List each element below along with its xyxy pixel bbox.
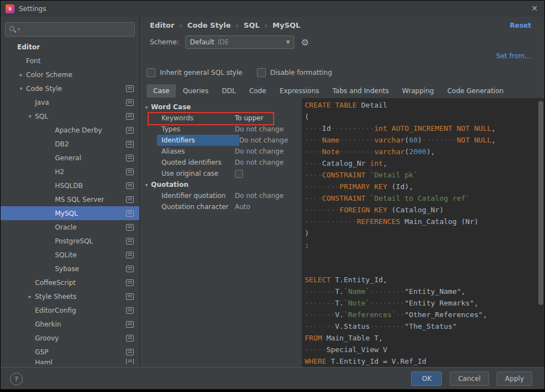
chevron-right-icon[interactable]: ▸	[26, 293, 34, 299]
tab-code-generation[interactable]: Code Generation	[441, 84, 510, 98]
option-row-identifiers[interactable]: IdentifiersDo not change	[142, 135, 302, 146]
option-label: Aliases	[162, 147, 235, 155]
option-row-keywords[interactable]: KeywordsTo upper	[142, 113, 302, 124]
sidebar-item-apache-derby[interactable]: Apache Derby	[1, 123, 139, 137]
option-value[interactable]: Do not change	[239, 136, 288, 144]
tab-case[interactable]: Case	[147, 84, 176, 98]
sidebar-item-label: Gherkin	[35, 320, 61, 328]
sidebar-item-label: Oracle	[55, 223, 77, 231]
sidebar-item-color-scheme[interactable]: ▸Color Scheme	[1, 68, 139, 82]
window-title: Settings	[19, 5, 46, 13]
option-group-quotation[interactable]: ▾Quotation	[142, 179, 302, 190]
sidebar-item-label: Groovy	[35, 334, 59, 342]
option-label: Use original case	[162, 170, 235, 177]
sidebar-item-editor[interactable]: Editor	[1, 40, 139, 54]
code-segment: 60	[409, 136, 418, 144]
breadcrumb-item-editor[interactable]: Editor	[150, 21, 174, 29]
code-segment: ·······	[305, 310, 335, 319]
checkbox-unchecked-icon[interactable]	[235, 170, 243, 178]
sidebar-item-groovy[interactable]: Groovy	[1, 331, 139, 345]
sidebar-item-ms-sql-server[interactable]: MS SQL Server	[1, 192, 139, 206]
checkbox-unchecked-icon[interactable]	[257, 68, 266, 77]
code-segment: ,	[383, 159, 387, 167]
chevron-down-icon[interactable]: ▾	[26, 113, 34, 119]
code-segment: ····	[305, 147, 322, 156]
gear-icon[interactable]: ⚙	[301, 37, 309, 48]
sidebar-item-sqlite[interactable]: SQLite	[1, 248, 139, 262]
tab-wrapping[interactable]: Wrapping	[396, 84, 441, 98]
option-value[interactable]: To upper	[235, 114, 264, 122]
checkbox-item-inherit-general-sql-style[interactable]: Inherit general SQL style	[147, 68, 243, 77]
sidebar-item-font[interactable]: Font	[1, 54, 139, 68]
search-input[interactable]	[23, 25, 131, 34]
chevron-down-icon[interactable]: ▾	[142, 104, 151, 110]
sidebar-item-sql[interactable]: ▾SQL	[1, 109, 139, 123]
option-row-use-original-case[interactable]: Use original case	[142, 168, 302, 179]
sidebar-item-java[interactable]: Java	[1, 95, 139, 109]
sidebar-item-sybase[interactable]: Sybase	[1, 262, 139, 276]
code-scrollbar[interactable]	[538, 101, 543, 305]
breadcrumb-item-mysql[interactable]: MySQL	[272, 21, 300, 29]
sidebar-item-postgresql[interactable]: PostgreSQL	[1, 234, 139, 248]
sidebar-item-gherkin[interactable]: Gherkin	[1, 317, 139, 331]
checkbox-item-disable-formatting[interactable]: Disable formatting	[257, 68, 332, 77]
option-row-identifier-quotation[interactable]: Identifier quotationDo not change	[142, 190, 302, 201]
code-segment: "The_Status"	[405, 322, 457, 330]
help-button[interactable]: ?	[10, 373, 23, 385]
breadcrumb-item-sql[interactable]: SQL	[244, 21, 260, 29]
code-line: ····CONSTRAINT `Detail to Catalog ref`	[305, 192, 544, 204]
checkbox-unchecked-icon[interactable]	[147, 68, 155, 77]
dialog-buttons: OK Cancel Apply	[411, 371, 532, 386]
tab-code[interactable]: Code	[243, 84, 273, 98]
chevron-down-icon[interactable]: ▾	[17, 85, 25, 91]
option-row-quotation-character[interactable]: Quotation characterAuto	[142, 201, 302, 212]
settings-search-box[interactable]: ▾	[5, 22, 135, 37]
sidebar-item-label: HSQLDB	[55, 182, 83, 190]
sidebar-item-code-style[interactable]: ▾Code Style	[1, 82, 139, 95]
option-row-quoted-identifiers[interactable]: Quoted identifiersDo not change	[142, 157, 302, 168]
tab-ddl[interactable]: DDL	[215, 84, 243, 98]
option-row-types[interactable]: TypesDo not change	[142, 124, 302, 135]
apply-button[interactable]: Apply	[497, 371, 532, 386]
sidebar-item-general[interactable]: General	[1, 151, 139, 165]
sidebar-item-oracle[interactable]: Oracle	[1, 220, 139, 234]
title-bar: IJ Settings ✕	[1, 1, 544, 17]
sidebar-item-h2[interactable]: H2	[1, 165, 139, 179]
option-group-title: Word Case	[151, 103, 191, 111]
cancel-button[interactable]: Cancel	[450, 371, 489, 386]
option-value[interactable]: Do not change	[235, 192, 284, 200]
tab-queries[interactable]: Queries	[176, 84, 215, 98]
search-icon	[9, 26, 17, 33]
sidebar-item-coffeescript[interactable]: CoffeeScript	[1, 276, 139, 289]
reset-link[interactable]: Reset	[510, 22, 531, 29]
option-row-aliases[interactable]: AliasesDo not change	[142, 146, 302, 157]
sidebar-item-editorconfig[interactable]: EditorConfig	[1, 303, 139, 317]
chevron-down-icon[interactable]: ▾	[142, 182, 151, 188]
set-from-link[interactable]: Set from...	[496, 52, 531, 60]
scheme-select[interactable]: Default IDE ▼	[185, 35, 294, 49]
search-history-caret-icon[interactable]: ▾	[18, 27, 20, 32]
sidebar-item-hsqldb[interactable]: HSQLDB	[1, 179, 139, 192]
option-value[interactable]: Do not change	[235, 147, 284, 155]
breadcrumb-item-code-style[interactable]: Code Style	[187, 21, 230, 29]
tab-tabs-and-indents[interactable]: Tabs and Indents	[326, 84, 395, 98]
sidebar-item-db2[interactable]: DB2	[1, 137, 139, 151]
sidebar-item-haml[interactable]: Haml	[1, 359, 139, 364]
option-value[interactable]: Auto	[235, 203, 250, 211]
option-value[interactable]: Do not change	[235, 159, 284, 166]
sidebar: ▾ EditorFont▸Color Scheme▾Code StyleJava…	[1, 17, 140, 367]
sidebar-item-label: EditorConfig	[35, 307, 76, 314]
chevron-right-icon[interactable]: ▸	[17, 72, 25, 78]
code-segment: ··	[396, 310, 405, 319]
option-group-word-case[interactable]: ▾Word Case	[142, 101, 302, 113]
tab-bar: CaseQueriesDDLCodeExpressionsTabs and In…	[147, 84, 510, 98]
ok-button[interactable]: OK	[411, 371, 442, 386]
code-style-scheme-icon	[126, 182, 134, 189]
tab-expressions[interactable]: Expressions	[273, 84, 326, 98]
option-value[interactable]: Do not change	[235, 125, 284, 133]
close-icon[interactable]: ✕	[531, 4, 538, 13]
sidebar-item-style-sheets[interactable]: ▸Style Sheets	[1, 289, 139, 303]
sidebar-item-gsp[interactable]: GSP	[1, 345, 139, 359]
sidebar-item-label: PostgreSQL	[55, 237, 93, 245]
sidebar-item-mysql[interactable]: MySQL	[1, 206, 139, 220]
